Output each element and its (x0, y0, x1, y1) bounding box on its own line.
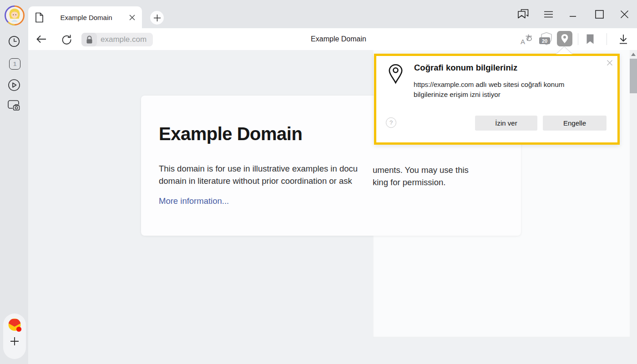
tab-close-button[interactable] (129, 14, 136, 21)
bookmark-flag-icon (586, 34, 594, 45)
tab-strip: Example Domain (28, 0, 637, 28)
location-pin-icon (388, 64, 403, 84)
adblock-count-badge: 20 (539, 37, 550, 44)
sidebar-item-history[interactable] (0, 35, 28, 47)
popup-title: Coğrafi konum bilgileriniz (414, 63, 517, 73)
minimize-button[interactable] (566, 0, 580, 28)
close-icon (620, 10, 629, 19)
tab-count-label: 1 (13, 61, 16, 67)
scrollbar[interactable] (630, 50, 637, 364)
allow-button[interactable]: İzin ver (475, 116, 537, 131)
block-button[interactable]: Engelle (543, 116, 607, 131)
popup-body-text-1: adlı web sitesi coğrafi konum (474, 81, 564, 88)
maximize-icon (595, 10, 604, 19)
popup-close-button[interactable] (606, 59, 614, 67)
play-icon (8, 79, 20, 91)
sidebar-item-tabs[interactable]: 1 (9, 58, 20, 70)
sidebar-item-media[interactable] (0, 79, 28, 91)
sidebar-item-screenshot[interactable] (0, 99, 28, 112)
help-button[interactable]: ? (386, 117, 396, 128)
close-icon (607, 60, 613, 66)
question-mark-icon: ? (389, 119, 393, 126)
url-text: example.com (97, 35, 147, 44)
collections-button[interactable] (516, 0, 530, 28)
page-document-icon (35, 12, 44, 23)
menu-button[interactable] (541, 0, 555, 28)
maximize-button[interactable] (592, 0, 606, 28)
download-arrow-icon (618, 34, 629, 45)
browser-window: 1 (0, 0, 637, 364)
address-bar[interactable]: example.com (81, 33, 153, 46)
svg-text:A: A (521, 38, 525, 46)
sidebar-apps-panel (3, 313, 26, 359)
page-paragraph-right: uments. You may use this king for permis… (373, 164, 469, 188)
yandex-app-button[interactable] (7, 318, 22, 333)
popup-site-url: https://example.com (414, 81, 474, 88)
location-permission-button[interactable] (557, 31, 572, 46)
hamburger-menu-icon (544, 11, 553, 18)
avatar-icon (4, 5, 25, 26)
lock-icon[interactable] (81, 33, 97, 46)
translate-icon: A (520, 33, 533, 46)
bookmark-button[interactable] (583, 28, 597, 50)
more-information-link[interactable]: More information... (159, 196, 229, 206)
scrollbar-up-arrow-icon[interactable] (631, 53, 636, 56)
toolbar: example.com Example Domain A 20 (28, 28, 637, 50)
tab-example-domain[interactable]: Example Domain (28, 6, 142, 28)
new-tab-button[interactable] (150, 11, 164, 25)
plus-icon (10, 336, 20, 346)
tab-title: Example Domain (44, 14, 129, 21)
scrollbar-thumb[interactable] (630, 59, 637, 93)
popup-caret (556, 46, 572, 54)
avatar[interactable] (4, 5, 25, 26)
page-heading: Example Domain (159, 124, 302, 144)
reload-icon (61, 34, 72, 45)
history-clock-icon (8, 35, 20, 47)
adblock-shield-button[interactable]: 20 (539, 28, 554, 50)
toolbar-divider (578, 33, 578, 45)
translate-button[interactable]: A (519, 28, 534, 50)
plus-icon (153, 14, 161, 22)
screenshot-camera-icon (7, 99, 21, 112)
back-arrow-icon (36, 35, 47, 44)
reload-button[interactable] (60, 28, 73, 50)
downloads-button[interactable] (616, 28, 631, 50)
close-window-button[interactable] (617, 0, 631, 28)
toolbar-divider (607, 33, 607, 45)
popup-body-text-2: bilgilerinize erişim izni istiyor (414, 90, 587, 100)
sidebar: 1 (0, 0, 28, 364)
collections-bookmarks-icon (517, 9, 529, 20)
page-paragraph-left: This domain is for use in illustrative e… (159, 162, 358, 187)
yandex-app-logo-icon (7, 318, 22, 333)
minimize-icon (569, 10, 576, 19)
geolocation-permission-popup: Coğrafi konum bilgileriniz https://examp… (374, 54, 620, 145)
toolbar-page-title: Example Domain (311, 28, 366, 50)
back-button[interactable] (35, 28, 48, 50)
add-app-button[interactable] (10, 336, 20, 346)
close-icon (129, 14, 136, 21)
popup-body: https://example.com adlı web sitesi coğr… (414, 80, 587, 100)
location-pin-icon (561, 34, 569, 44)
